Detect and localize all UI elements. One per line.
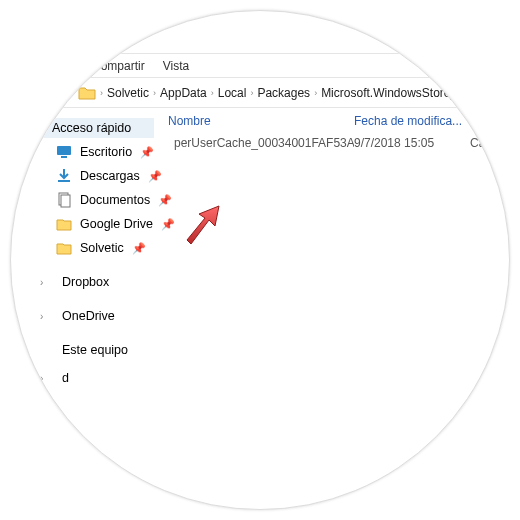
sidebar-item-desktop[interactable]: Escritorio 📌 <box>10 140 154 164</box>
sidebar-item-gdrive[interactable]: Google Drive 📌 <box>10 212 154 236</box>
svg-rect-4 <box>61 195 70 207</box>
column-header-name[interactable]: Nombre <box>154 114 354 128</box>
tab-view[interactable]: Vista <box>163 54 189 77</box>
tab-home-fragment[interactable]: icio <box>56 54 74 77</box>
breadcrumb-segment[interactable]: Microsoft.WindowsStore_8wekyb3d8bbw <box>321 86 510 100</box>
chevron-right-icon: › <box>100 88 103 98</box>
sidebar-item-dropbox[interactable]: › Dropbox <box>10 270 154 294</box>
column-headers: Nombre Fecha de modifica... Tipo <box>154 114 510 132</box>
sidebar-item-label: Solvetic <box>80 241 124 255</box>
sidebar-item-label: Escritorio <box>80 145 132 159</box>
column-header-type[interactable]: Tipo <box>470 114 493 128</box>
chevron-right-icon: › <box>40 373 50 384</box>
chevron-right-icon: › <box>314 88 317 98</box>
quick-access-header[interactable]: Acceso rápido <box>10 118 154 138</box>
explorer-window: ache icio Compartir Vista ↑ › Solvetic ›… <box>10 26 510 390</box>
svg-rect-1 <box>61 156 67 158</box>
file-row[interactable]: perUserCache_00034001FAF53A00 9/7/2018 1… <box>154 132 510 154</box>
content-area: Acceso rápido Escritorio 📌 Descargas 📌 D… <box>10 108 510 390</box>
tab-share[interactable]: Compartir <box>92 54 145 77</box>
file-name: perUserCache_00034001FAF53A00 <box>174 136 354 150</box>
sidebar-item-label: Google Drive <box>80 217 153 231</box>
svg-rect-0 <box>57 146 71 155</box>
sidebar-item-label: Este equipo <box>62 343 128 357</box>
gdrive-icon <box>56 216 72 232</box>
folder-icon <box>56 240 72 256</box>
chevron-right-icon: › <box>250 88 253 98</box>
breadcrumb-segment[interactable]: Solvetic <box>107 86 149 100</box>
file-date: 9/7/2018 15:05 <box>354 136 470 150</box>
breadcrumb-segment[interactable]: AppData <box>160 86 207 100</box>
sidebar-item-onedrive[interactable]: › OneDrive <box>10 304 154 328</box>
sidebar-item-label: OneDrive <box>62 309 115 323</box>
folder-icon <box>78 85 96 101</box>
sidebar-item-drive-d[interactable]: › d <box>10 366 154 390</box>
file-list-pane: Nombre Fecha de modifica... Tipo perUser… <box>154 108 510 390</box>
sidebar-item-label: d <box>62 371 69 385</box>
pin-icon: 📌 <box>140 146 154 159</box>
chevron-right-icon: › <box>211 88 214 98</box>
breadcrumb[interactable]: › Solvetic › AppData › Local › Packages … <box>100 86 510 100</box>
title-text: ache <box>56 33 82 47</box>
desktop-icon <box>56 144 72 160</box>
sidebar-item-solvetic[interactable]: Solvetic 📌 <box>10 236 154 260</box>
address-bar: ↑ › Solvetic › AppData › Local › Package… <box>10 78 510 108</box>
chevron-right-icon: › <box>40 277 50 288</box>
up-button[interactable]: ↑ <box>52 82 74 104</box>
file-type: Carpeta de archi <box>470 136 510 150</box>
sidebar-item-downloads[interactable]: Descargas 📌 <box>10 164 154 188</box>
breadcrumb-segment[interactable]: Packages <box>257 86 310 100</box>
window-title: ache <box>10 26 510 54</box>
ribbon-tabs: icio Compartir Vista <box>10 54 510 78</box>
downloads-icon <box>56 168 72 184</box>
svg-rect-2 <box>58 180 70 182</box>
navigation-pane: Acceso rápido Escritorio 📌 Descargas 📌 D… <box>10 108 154 390</box>
documents-icon <box>56 192 72 208</box>
sidebar-item-this-pc[interactable]: Este equipo <box>10 338 154 362</box>
breadcrumb-segment[interactable]: Local <box>218 86 247 100</box>
chevron-right-icon: › <box>153 88 156 98</box>
pin-icon: 📌 <box>132 242 146 255</box>
sidebar-item-label: Descargas <box>80 169 140 183</box>
sidebar-item-documents[interactable]: Documentos 📌 <box>10 188 154 212</box>
sidebar-item-label: Documentos <box>80 193 150 207</box>
column-header-modified[interactable]: Fecha de modifica... <box>354 114 470 128</box>
chevron-right-icon: › <box>40 311 50 322</box>
file-name-cell: perUserCache_00034001FAF53A00 <box>154 136 354 150</box>
sidebar-item-label: Dropbox <box>62 275 109 289</box>
